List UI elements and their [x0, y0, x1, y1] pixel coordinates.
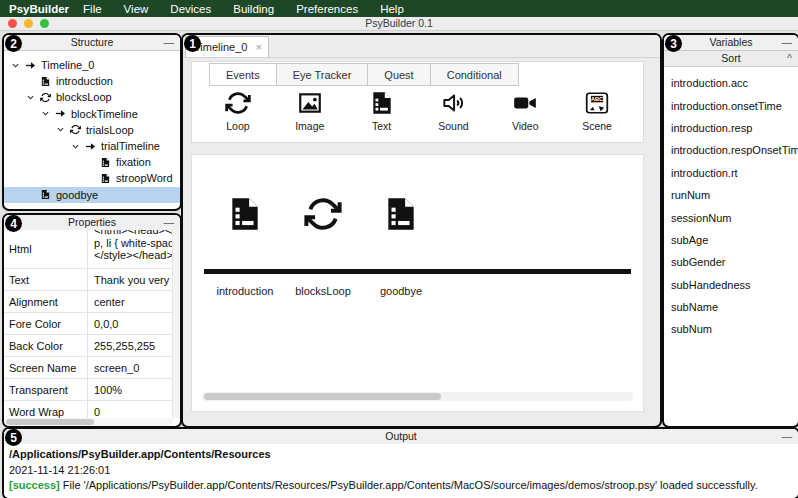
minimize-icon[interactable]: — [164, 35, 175, 50]
component-image[interactable]: Image [278, 88, 342, 132]
property-row-back-color: Back Color255,255,255 [4, 335, 180, 357]
annotation-badge-1: 1 [184, 35, 201, 52]
variable-item[interactable]: runNum [664, 184, 798, 206]
timeline-item-label: goodbye [362, 285, 440, 297]
variable-item[interactable]: sessionNum [664, 206, 798, 228]
property-value[interactable]: Thank you very m [88, 269, 180, 290]
text-icon [382, 195, 420, 237]
scrollbar-thumb[interactable] [204, 393, 441, 400]
variable-item[interactable]: subGender [664, 251, 798, 273]
tree-item-goodbye[interactable]: goodbye [4, 187, 180, 203]
component-list: Loop Image Text Sound Video ABC Scene [202, 88, 633, 140]
properties-panel: 4 Properties — Html<html><head></hp, li … [2, 213, 182, 428]
variable-item[interactable]: subNum [664, 318, 798, 340]
minimize-icon[interactable]: — [164, 215, 175, 230]
minimize-icon[interactable]: — [782, 35, 793, 50]
maximize-button[interactable] [40, 19, 49, 28]
component-scene[interactable]: ABC Scene [565, 88, 629, 132]
menu-item-view[interactable]: View [124, 3, 149, 15]
tab-events[interactable]: Events [209, 63, 277, 86]
variable-item[interactable]: introduction.resp [664, 117, 798, 139]
tree-item-label: introduction [56, 75, 113, 87]
component-label: Scene [582, 120, 612, 132]
menu-item-building[interactable]: Building [233, 3, 274, 15]
property-name: Fore Color [4, 313, 88, 334]
loop-icon [304, 195, 342, 237]
text-icon [226, 195, 264, 237]
property-name: Alignment [4, 291, 88, 312]
success-message-text: File '/Applications/PsyBuilder.app/Conte… [60, 479, 758, 491]
menu-item-help[interactable]: Help [380, 3, 404, 15]
success-tag: [success] [9, 479, 60, 491]
minimize-button[interactable] [24, 19, 33, 28]
component-loop[interactable]: Loop [206, 88, 270, 132]
toolbox-tabs: EventsEye TrackerQuestConditional [210, 63, 519, 86]
chevron-down-icon[interactable] [23, 93, 38, 102]
component-video[interactable]: Video [493, 88, 557, 132]
variable-item[interactable]: introduction.onsetTime [664, 94, 798, 116]
tree-item-blockTimeline[interactable]: blockTimeline [4, 106, 180, 122]
variable-item[interactable]: subName [664, 296, 798, 318]
timeline-item-blocksLoop[interactable] [284, 195, 362, 237]
property-value[interactable]: 255,255,255 [88, 335, 180, 356]
variable-item[interactable]: introduction.respOnsetTime [664, 139, 798, 161]
timeline-hscrollbar[interactable] [202, 392, 633, 401]
timeline-arrow-icon [23, 60, 38, 71]
loop-icon [225, 88, 251, 118]
close-icon[interactable]: × [255, 41, 261, 53]
tab-conditional[interactable]: Conditional [430, 63, 519, 86]
text-item-icon [98, 157, 113, 168]
tree-item-stroopWord[interactable]: stroopWord [4, 170, 180, 186]
tree-item-blocksLoop[interactable]: blocksLoop [4, 89, 180, 105]
tree-item-introduction[interactable]: introduction [4, 73, 180, 89]
output-timestamp: 2021-11-14 21:26:01 [9, 463, 798, 479]
properties-table: Html<html><head></hp, li { white-space</… [4, 230, 180, 418]
menu-app-name[interactable]: PsyBuilder [9, 3, 69, 15]
variable-item[interactable]: subHandedness [664, 274, 798, 296]
property-row-fore-color: Fore Color0,0,0 [4, 313, 180, 335]
annotation-badge-4: 4 [5, 215, 22, 232]
chevron-down-icon[interactable] [68, 142, 83, 151]
menu-item-devices[interactable]: Devices [170, 3, 211, 15]
chevron-down-icon[interactable] [38, 109, 53, 118]
chevron-down-icon[interactable] [53, 125, 68, 134]
property-value[interactable]: 0 [88, 401, 180, 418]
window-title: PsyBuilder 0.1 [0, 17, 798, 30]
tab-label: Timeline_0 [194, 41, 247, 53]
tree-item-label: trialsLoop [86, 124, 134, 136]
tree-item-Timeline_0[interactable]: Timeline_0 [4, 57, 180, 73]
component-sound[interactable]: Sound [421, 88, 485, 132]
variable-item[interactable]: introduction.rt [664, 162, 798, 184]
variable-item[interactable]: introduction.acc [664, 72, 798, 94]
tree-item-trialTimeline[interactable]: trialTimeline [4, 138, 180, 154]
variable-item[interactable]: subAge [664, 229, 798, 251]
timeline-item-introduction[interactable] [206, 195, 284, 237]
component-text[interactable]: Text [350, 88, 414, 132]
output-resources-path: /Applications/PsyBuilder.app/Contents/Re… [9, 447, 798, 463]
timeline-item-goodbye[interactable] [362, 195, 440, 237]
property-value[interactable]: <html><head></hp, li { white-space</styl… [88, 230, 180, 268]
menu-item-file[interactable]: File [83, 3, 102, 15]
minimize-icon[interactable]: — [782, 429, 793, 444]
properties-vscrollbar[interactable] [172, 230, 180, 418]
tab-eye-tracker[interactable]: Eye Tracker [276, 63, 369, 86]
timeline-item-label: introduction [206, 285, 284, 297]
text-item-icon [38, 189, 53, 200]
chevron-down-icon[interactable] [8, 61, 23, 70]
property-value[interactable]: 100% [88, 379, 180, 400]
output-log: /Applications/PsyBuilder.app/Contents/Re… [4, 444, 798, 498]
tree-item-trialsLoop[interactable]: trialsLoop [4, 122, 180, 138]
property-value[interactable]: center [88, 291, 180, 312]
property-value[interactable]: 0,0,0 [88, 313, 180, 334]
tab-quest[interactable]: Quest [367, 63, 430, 86]
menu-item-preferences[interactable]: Preferences [296, 3, 358, 15]
close-button[interactable] [8, 19, 17, 28]
scrollbar-thumb[interactable] [6, 419, 94, 425]
tree-item-label: trialTimeline [101, 140, 160, 152]
sort-header[interactable]: Sort ^ [664, 51, 798, 67]
chevron-up-icon[interactable]: ^ [787, 51, 792, 66]
properties-hscrollbar[interactable] [4, 418, 173, 426]
property-value[interactable]: screen_0 [88, 357, 180, 378]
tree-item-fixation[interactable]: fixation [4, 154, 180, 170]
output-panel-title: Output [385, 430, 417, 442]
